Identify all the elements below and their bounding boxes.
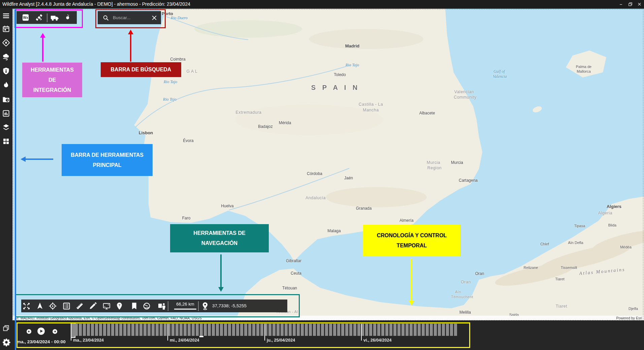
timeline-bar[interactable] (305, 324, 308, 336)
timeline-bar[interactable] (442, 324, 445, 336)
timeline-bar[interactable] (240, 324, 243, 336)
timeline-bar[interactable] (143, 324, 147, 336)
timeline-bar[interactable] (369, 324, 372, 336)
satellite-icon[interactable] (35, 13, 43, 22)
timeline-bar[interactable] (204, 324, 207, 336)
timeline-bar[interactable] (353, 324, 356, 336)
timeline-bar[interactable] (293, 324, 296, 336)
bookmark-icon[interactable] (130, 302, 138, 310)
timeline-bar[interactable] (252, 324, 255, 336)
timeline-bar[interactable] (212, 324, 215, 336)
timeline-bar[interactable] (115, 324, 118, 336)
windows-restore-icon[interactable] (628, 2, 633, 7)
timeline-bar[interactable] (357, 324, 360, 336)
timeline-bar[interactable] (317, 324, 320, 336)
timeline-bar[interactable] (99, 324, 102, 336)
timeline-bar[interactable] (434, 324, 437, 336)
weather-icon[interactable] (2, 53, 10, 61)
timeline-bar[interactable] (127, 324, 130, 336)
timeline-bar[interactable] (410, 324, 413, 336)
timeline-bar[interactable] (268, 324, 271, 336)
draw-icon[interactable] (89, 302, 97, 310)
timeline-bar[interactable] (224, 324, 227, 336)
streetview-icon[interactable] (158, 302, 166, 310)
timeline-bar[interactable] (91, 324, 94, 336)
north-arrow-icon[interactable] (36, 302, 44, 310)
timeline-bar[interactable] (95, 324, 98, 336)
search-clear-button[interactable] (151, 14, 158, 21)
timeline-bar[interactable] (87, 324, 90, 336)
timeline-bar[interactable] (446, 324, 449, 336)
timeline-bar[interactable] (160, 324, 163, 336)
timeline-bar[interactable] (272, 324, 276, 336)
timeline-bar[interactable] (196, 324, 199, 336)
calendar-icon[interactable] (2, 25, 10, 33)
settings-gear-icon[interactable] (2, 338, 11, 347)
timeline-bar[interactable] (256, 324, 259, 336)
risk-shield-icon[interactable] (2, 67, 10, 75)
search-input[interactable] (112, 15, 151, 21)
active-fire-icon[interactable] (2, 81, 10, 89)
timeline-bar[interactable] (152, 324, 155, 336)
timeline-bar[interactable] (175, 324, 179, 336)
timeline-bar[interactable] (131, 324, 134, 336)
timeline-track[interactable]: ma., 23/04/2024mi., 24/04/2024ju., 25/04… (12, 320, 644, 350)
basemap-icon[interactable] (142, 302, 151, 310)
timeline-bar[interactable] (83, 324, 86, 336)
timeline-bar[interactable] (148, 324, 151, 336)
timeline-bar[interactable] (232, 324, 235, 336)
timeline-bar[interactable] (285, 324, 288, 336)
timeline-bar[interactable] (438, 324, 441, 336)
timeline-bar[interactable] (107, 324, 110, 336)
timeline-bar[interactable] (164, 324, 167, 336)
timeline-bar[interactable] (79, 324, 82, 336)
timeline-bar[interactable] (345, 324, 348, 336)
timeline-bar[interactable] (180, 324, 183, 336)
timeline-bar[interactable] (156, 324, 159, 336)
timeline-bar[interactable] (337, 324, 340, 336)
windows-restore-icon[interactable] (2, 324, 10, 332)
timeline-bar[interactable] (139, 324, 142, 336)
layers-icon[interactable] (2, 123, 10, 131)
timeline-bar[interactable] (329, 324, 332, 336)
timeline-bar[interactable] (454, 324, 457, 336)
timeline-bar[interactable] (325, 324, 328, 336)
fire-danger-icon[interactable] (2, 39, 10, 47)
timeline-bar[interactable] (277, 324, 280, 336)
ignition-icon[interactable] (64, 14, 71, 21)
wx-icon[interactable]: Wx (22, 13, 30, 22)
timeline-bar[interactable] (248, 324, 251, 336)
timeline-bar[interactable] (301, 324, 304, 336)
timeline-bar[interactable] (103, 324, 106, 336)
timeline-bar[interactable] (208, 324, 211, 336)
timeline-bar[interactable] (228, 324, 231, 336)
timeline-bar[interactable] (333, 324, 336, 336)
win-close-icon[interactable] (637, 2, 642, 7)
timeline-bar[interactable] (426, 324, 429, 336)
timeline-bar[interactable] (389, 324, 392, 336)
timeline-bar[interactable] (297, 324, 300, 336)
screen-icon[interactable] (102, 302, 111, 310)
timeline-bar[interactable] (450, 324, 453, 336)
timeline-bar[interactable] (377, 324, 380, 336)
timeline-bar[interactable] (349, 324, 352, 336)
timeline-bar[interactable] (260, 324, 263, 336)
timeline-bar[interactable] (192, 324, 195, 336)
expand-icon[interactable] (22, 302, 31, 310)
timeline-bar[interactable] (281, 324, 284, 336)
timeline-bar[interactable] (313, 324, 316, 336)
map-canvas[interactable]: PortoRio DueroCoimbraG A LMadridRio Tajo… (12, 9, 644, 320)
timeline-bar[interactable] (123, 324, 126, 336)
timeline-bar[interactable] (111, 324, 114, 336)
locate-icon[interactable] (49, 302, 57, 310)
timeline-bar[interactable] (135, 324, 138, 336)
timeline-bar[interactable] (236, 324, 239, 336)
timeline-bar[interactable] (414, 324, 417, 336)
timeline-bar[interactable] (406, 324, 409, 336)
timeline-bar[interactable] (119, 324, 122, 336)
timeline-bar[interactable] (289, 324, 292, 336)
timeline-bar[interactable] (397, 324, 400, 336)
timeline-bar[interactable] (430, 324, 433, 336)
timeline-bar[interactable] (184, 324, 187, 336)
timeline-bar[interactable] (381, 324, 384, 336)
